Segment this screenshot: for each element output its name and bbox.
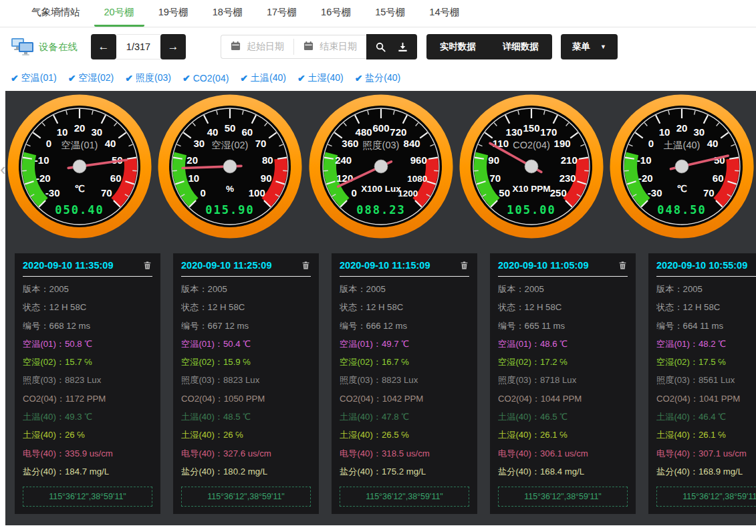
device-status: 设备在线 — [11, 37, 86, 57]
svg-text:30: 30 — [694, 126, 705, 138]
end-date-placeholder: 结束日期 — [320, 41, 357, 53]
card-row-土温(40): 土温(40)：47.8 ℃ — [340, 408, 469, 426]
svg-text:30: 30 — [194, 138, 205, 149]
card-row-盐分(40): 盐分(40)：180.2 mg/L — [181, 462, 311, 481]
tab-item-4[interactable]: 17号棚 — [257, 0, 307, 27]
card-timestamp: 2020-09-10 11:05:09 — [498, 260, 588, 271]
start-date-input[interactable]: 起始日期 — [221, 41, 293, 53]
filter-label: 盐分(40) — [365, 72, 400, 84]
card-header: 2020-09-10 11:15:09 — [340, 260, 469, 277]
card-row-照度(03): 照度(03)：8718 Lux — [498, 371, 628, 389]
card-row-空温(01): 空温(01)：48.6 ℃ — [498, 335, 628, 353]
tab-item-1[interactable]: 20号棚 — [94, 0, 144, 27]
trash-icon[interactable] — [301, 260, 311, 271]
card-row-状态: 状态：12 H 58C — [340, 298, 469, 316]
svg-text:70: 70 — [101, 187, 112, 198]
gauge-0: -30-20-10010203040506070空温(01)℃050.40 — [7, 94, 152, 239]
tab-item-5[interactable]: 16号棚 — [311, 0, 361, 27]
card-row-版本: 版本：2005 — [340, 280, 469, 298]
card-row-照度(03): 照度(03)：8823 Lux — [340, 371, 469, 389]
device-status-label: 设备在线 — [39, 41, 78, 53]
card-row-编号: 编号：667 12 ms — [181, 317, 311, 335]
card-row-空湿(02): 空湿(02)：17.5 ℅ — [656, 353, 756, 371]
tab-bar: 气象墒情站20号棚19号棚18号棚17号棚16号棚15号棚14号棚 — [0, 0, 756, 27]
check-icon: ✔ — [68, 73, 76, 84]
coordinates-button[interactable]: 115°36'12",38°59'11" — [340, 487, 469, 507]
coordinates-button[interactable]: 115°36'12",38°59'11" — [181, 487, 311, 507]
card-row-土湿(40): 土湿(40)：26 ℅ — [23, 426, 152, 444]
calendar-icon — [231, 41, 241, 53]
svg-text:-10: -10 — [35, 154, 49, 166]
card-row-空温(01): 空温(01)：48.2 ℃ — [656, 335, 756, 353]
filter-checkbox-1[interactable]: ✔空湿(02) — [68, 72, 114, 84]
detailed-data-button[interactable]: 详细数据 — [503, 41, 539, 53]
svg-text:150: 150 — [523, 122, 539, 134]
gauge-title: 空湿(02) — [212, 140, 249, 150]
next-page-button[interactable]: → — [160, 34, 186, 59]
svg-text:100: 100 — [249, 187, 265, 198]
filter-checkbox-3[interactable]: ✔CO2(04) — [182, 73, 229, 84]
card-rows: 版本：2005状态：12 H 58C编号：668 12 ms空温(01)：50.… — [23, 280, 152, 481]
filter-checkbox-6[interactable]: ✔盐分(40) — [355, 72, 401, 84]
gauge-value: 015.90 — [206, 203, 255, 217]
check-icon: ✔ — [125, 73, 133, 84]
filter-checkbox-4[interactable]: ✔土温(40) — [240, 72, 286, 84]
coordinates-button[interactable]: 115°36'12",38°59'11" — [23, 487, 152, 507]
svg-text:70: 70 — [703, 187, 715, 198]
tab-item-7[interactable]: 14号棚 — [419, 0, 469, 27]
filter-label: 照度(03) — [136, 72, 171, 84]
carousel-prev-icon[interactable]: ‹ — [0, 160, 6, 178]
svg-text:-30: -30 — [45, 187, 60, 198]
arrow-right-icon: → — [168, 40, 179, 53]
card-row-照度(03): 照度(03)：8823 Lux — [23, 371, 152, 389]
download-icon[interactable] — [397, 41, 408, 53]
card-timestamp: 2020-09-10 11:35:09 — [23, 260, 113, 271]
search-download-group — [366, 34, 417, 59]
coordinates-button[interactable]: 115°36'12",38°59'11" — [656, 487, 756, 507]
svg-text:960: 960 — [410, 154, 426, 166]
tab-item-3[interactable]: 18号棚 — [203, 0, 253, 27]
filter-checkbox-0[interactable]: ✔空温(01) — [11, 72, 57, 84]
card-row-电导(40): 电导(40)：307.1 us/cm — [656, 444, 756, 462]
svg-text:-20: -20 — [638, 172, 653, 184]
filter-bar: ✔空温(01)✔空湿(02)✔照度(03)✔CO2(04)✔土温(40)✔土湿(… — [0, 66, 756, 91]
gauge-row: -30-20-10010203040506070空温(01)℃050.40010… — [5, 91, 756, 239]
svg-text:60: 60 — [110, 172, 122, 184]
filter-checkbox-2[interactable]: ✔照度(03) — [125, 72, 171, 84]
card-row-空温(01): 空温(01)：50.8 ℃ — [23, 335, 152, 353]
trash-icon[interactable] — [459, 260, 469, 271]
card-row-编号: 编号：665 11 ms — [498, 317, 628, 335]
realtime-data-button[interactable]: 实时数据 — [440, 41, 476, 53]
card-row-照度(03): 照度(03)：8823 Lux — [181, 371, 311, 389]
prev-page-button[interactable]: ← — [91, 34, 116, 59]
start-date-placeholder: 起始日期 — [247, 41, 284, 53]
trash-icon[interactable] — [142, 260, 152, 271]
data-card-3: 2020-09-10 11:05:09版本：2005状态：12 H 58C编号：… — [490, 253, 636, 514]
gauge-unit: X100 Lux — [361, 184, 401, 194]
tab-item-0[interactable]: 气象墒情站 — [21, 0, 90, 27]
menu-button[interactable]: 菜单 ▼ — [561, 34, 618, 59]
card-row-盐分(40): 盐分(40)：168.4 mg/L — [498, 462, 628, 481]
card-row-电导(40): 电导(40)：335.9 us/cm — [23, 444, 152, 462]
card-row-状态: 状态：12 H 58C — [656, 298, 756, 316]
svg-text:90: 90 — [261, 172, 272, 184]
gauge-1: 0102030405060708090100空湿(02)%015.90 — [158, 94, 302, 239]
filter-label: CO2(04) — [193, 73, 229, 84]
search-icon[interactable] — [375, 41, 386, 53]
card-row-土湿(40): 土湿(40)：26 ℅ — [181, 426, 311, 444]
gauge-unit: % — [226, 184, 234, 194]
tab-item-2[interactable]: 19号棚 — [148, 0, 199, 27]
data-card-2: 2020-09-10 11:15:09版本：2005状态：12 H 58C编号：… — [332, 253, 477, 514]
filter-checkbox-5[interactable]: ✔土湿(40) — [297, 72, 344, 84]
svg-text:170: 170 — [540, 126, 557, 138]
tab-item-6[interactable]: 15号棚 — [365, 0, 415, 27]
trash-icon[interactable] — [618, 260, 628, 271]
end-date-input[interactable]: 结束日期 — [294, 41, 366, 53]
svg-text:1200: 1200 — [398, 188, 418, 198]
coordinates-button[interactable]: 115°36'12",38°59'11" — [498, 487, 628, 507]
device-monitors-icon — [11, 37, 35, 57]
card-row-版本: 版本：2005 — [498, 280, 628, 298]
gauge-2: 012024036048060072084096010801200照度(03)X… — [309, 94, 453, 239]
card-rows: 版本：2005状态：12 H 58C编号：665 11 ms空温(01)：48.… — [498, 280, 628, 481]
card-row-CO2(04): CO2(04)：1172 PPM — [23, 390, 152, 408]
